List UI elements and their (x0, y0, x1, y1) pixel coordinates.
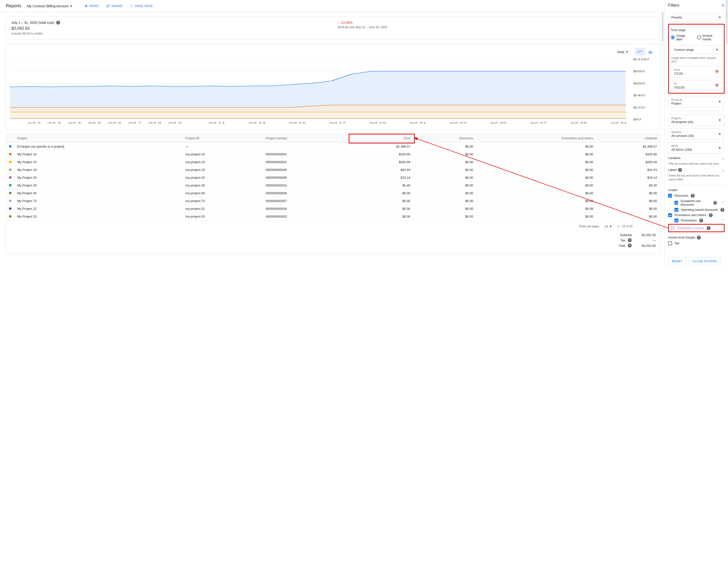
save-icon: 📄 (129, 4, 133, 8)
cell-subtotal: $0.00 (596, 189, 660, 197)
svg-text:Jul 25: Jul 25 (490, 121, 507, 124)
cell-project-number: 000000000004 (263, 205, 349, 213)
cell-promotions: $0.00 (476, 213, 596, 221)
summary-delta-note: $245.60 over May 31 – June 30, 2020 (338, 26, 655, 29)
time-range-header: Time range (671, 28, 722, 32)
svg-text:$40: $40 (633, 94, 645, 97)
cell-subtotal: $41.03 (596, 166, 660, 174)
col-project-number[interactable]: Project number (263, 134, 349, 143)
col-subtotal[interactable]: ↓Subtotal (596, 134, 660, 143)
svg-text:Jul 15: Jul 15 (289, 121, 306, 124)
help-icon[interactable]: ? (721, 208, 724, 212)
col-project-id[interactable]: Project ID (182, 134, 263, 143)
close-icon[interactable]: ✕ (722, 3, 725, 8)
granularity-dropdown[interactable]: Daily ▼ (617, 50, 629, 54)
filters-scrollbar[interactable] (726, 0, 728, 44)
help-icon[interactable]: ? (709, 213, 713, 217)
chevron-up-icon[interactable]: ⌃ (722, 219, 725, 222)
projects-dropdown[interactable]: ProjectsAll projects (40) ▼ (668, 114, 725, 126)
range-type-dropdown[interactable]: Custom range ▼ (671, 46, 722, 54)
summary-range: July 1 – 31, 2020 (total cost) (11, 21, 54, 25)
cell-project-id: my-project-25 (182, 213, 263, 221)
cell-subtotal: $0.00 (596, 205, 660, 213)
sustained-use-checkbox[interactable]: Sustained use discounts?⌃ (668, 199, 725, 206)
col-project[interactable]: Project (15, 134, 182, 143)
share-button[interactable]: 🔗 SHARE (106, 4, 123, 8)
cell-cost: $0.00 (350, 213, 413, 221)
svg-text:Jul 23: Jul 23 (449, 121, 466, 124)
cell-project-number: 000000000006 (263, 174, 349, 182)
cell-cost: $0.00 (350, 205, 413, 213)
reset-button[interactable]: RESET (668, 257, 686, 265)
cell-project-id: — (182, 143, 263, 150)
save-view-button[interactable]: 📄 SAVE VIEW (129, 4, 153, 8)
help-icon[interactable]: ? (713, 201, 717, 205)
invoice-month-radio[interactable]: Invoice month (697, 34, 722, 41)
annotation-box-negotiated: Negotiated savings? (668, 224, 725, 232)
calendar-icon: 📅 (715, 70, 719, 74)
series-dot (9, 153, 11, 155)
promotions-others-checkbox[interactable]: Promotions and others? (668, 213, 725, 217)
help-icon[interactable]: ? (691, 194, 695, 198)
labels-header[interactable]: Labels? ⌄ (668, 168, 725, 172)
col-promotions[interactable]: Promotions and others (476, 134, 596, 143)
tax-checkbox[interactable]: Tax (668, 242, 725, 245)
spending-based-checkbox[interactable]: Spending based discounts? (668, 208, 725, 212)
cell-project-number: 000000000002 (263, 158, 349, 166)
series-dot (9, 192, 11, 194)
presets-dropdown[interactable]: Presets ▼ (668, 13, 725, 21)
help-icon[interactable]: ? (699, 219, 703, 222)
skus-dropdown[interactable]: SKUsAll SKUs (194) ▼ (668, 142, 725, 154)
series-dot (9, 215, 11, 218)
cell-project: My Project 26 (15, 182, 182, 189)
help-icon[interactable]: ? (56, 21, 60, 25)
services-dropdown[interactable]: ServicesAll services (16) ▼ (668, 128, 725, 140)
svg-text:Jul 8: Jul 8 (148, 121, 161, 124)
close-filters-button[interactable]: CLOSE FILTERS (689, 257, 721, 265)
to-date-input[interactable]: To7/31/20 📅 (671, 80, 722, 91)
cell-cost: $333.85 (350, 150, 413, 158)
rows-per-page-dropdown[interactable]: 10 ▼ (604, 224, 612, 228)
grand-tax: — (634, 239, 656, 242)
help-icon[interactable]: ? (697, 235, 701, 240)
locations-header[interactable]: Locations ⌄ (668, 156, 725, 160)
cell-project-id: my-project-20 (182, 174, 263, 182)
bar-chart-button[interactable] (645, 48, 656, 56)
cell-promotions: $0.00 (476, 166, 596, 174)
next-page-button[interactable]: 〉 (649, 223, 656, 230)
discounts-checkbox[interactable]: Discounts? (668, 194, 725, 198)
sort-desc-icon: ↓ (643, 136, 645, 140)
chevron-up-icon[interactable]: ⌃ (722, 201, 725, 205)
series-dot (9, 200, 11, 202)
cell-promotions: $0.00 (476, 150, 596, 158)
cell-subtotal: $283.94 (596, 158, 660, 166)
help-icon[interactable]: ? (678, 168, 682, 172)
col-cost[interactable]: Cost (350, 134, 413, 143)
cell-cost: $15.14 (350, 174, 413, 182)
main-scrollbar[interactable] (662, 12, 664, 41)
help-icon[interactable]: ? (628, 238, 632, 242)
line-chart-button[interactable] (634, 48, 645, 56)
prev-page-button[interactable]: 〈 (638, 223, 644, 230)
svg-text:$60: $60 (633, 82, 645, 85)
cell-discounts: $0.00 (413, 205, 476, 213)
labels-hint: Select the key and values of the labels … (669, 174, 725, 182)
print-button[interactable]: 🖶 PRINT (84, 4, 99, 8)
from-date-input[interactable]: From7/1/20 📅 (671, 66, 722, 78)
svg-text:Jul 13: Jul 13 (248, 121, 265, 124)
cell-project: My Project 22 (15, 205, 182, 213)
svg-rect-0 (649, 52, 649, 54)
col-discounts[interactable]: Discounts (413, 134, 476, 143)
filters-panel: Filters ✕ Presets ▼ Time range Usage dat… (665, 0, 728, 268)
usage-date-radio[interactable]: Usage date (671, 34, 692, 41)
table-row: My Project 45my-project-45000000000008$0… (6, 189, 660, 197)
cell-project: My Project 25 (15, 213, 182, 221)
promotions-checkbox[interactable]: Promotions?⌃ (668, 219, 725, 222)
group-by-dropdown[interactable]: Group byProject ▼ (668, 96, 725, 107)
help-icon[interactable]: ? (628, 244, 632, 248)
account-switcher[interactable]: My Contract Billing Account ▼ (27, 4, 73, 8)
cell-cost: $0.00 (350, 189, 413, 197)
help-icon[interactable]: ? (707, 226, 710, 230)
svg-text:$0: $0 (633, 118, 641, 121)
svg-text:Jul 5: Jul 5 (87, 121, 101, 124)
